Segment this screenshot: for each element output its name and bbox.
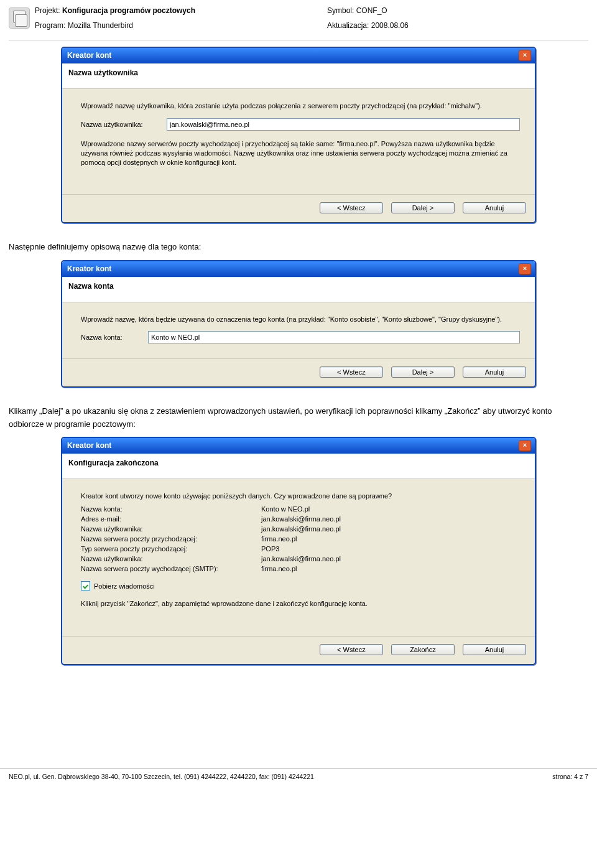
dialog-username: Kreator kont × Nazwa użytkownika Wprowad…	[61, 47, 536, 223]
back-button[interactable]: < Wstecz	[320, 202, 383, 213]
summary-value: firma.neo.pl	[261, 535, 520, 543]
summary-label: Nazwa serwera poczty przychodzącej:	[81, 535, 261, 543]
dialog-subtitle: Nazwa użytkownika	[62, 63, 535, 89]
footer-page-number: strona: 4 z 7	[552, 773, 588, 780]
update-label: Aktualizacja:	[327, 21, 369, 30]
summary-label: Nazwa użytkownika:	[81, 555, 261, 562]
download-checkbox-label: Pobierz wiadomości	[94, 582, 155, 590]
symbol-value: CONF_O	[356, 6, 387, 15]
close-icon[interactable]: ×	[519, 440, 531, 451]
instruction-text-2: Klikamy „Dalej” a po ukazaniu się okna z…	[9, 399, 588, 436]
page-footer: NEO.pl, ul. Gen. Dąbrowskiego 38-40, 70-…	[0, 768, 597, 786]
intro-text: Wprowadź nazwę użytkownika, która zostan…	[81, 101, 520, 111]
dialog-title: Kreator kont	[67, 51, 111, 60]
summary-label: Nazwa użytkownika:	[81, 525, 261, 533]
dialog-account-name: Kreator kont × Nazwa konta Wprowadź nazw…	[61, 260, 536, 388]
dialog-summary: Kreator kont × Konfiguracja zakończona K…	[61, 437, 536, 666]
project-label: Projekt:	[35, 6, 60, 15]
close-icon[interactable]: ×	[519, 50, 531, 61]
summary-value: Konto w NEO.pl	[261, 505, 520, 513]
dialog-subtitle: Konfiguracja zakończona	[62, 454, 535, 479]
footer-address: NEO.pl, ul. Gen. Dąbrowskiego 38-40, 70-…	[9, 773, 314, 780]
download-checkbox[interactable]	[81, 581, 90, 590]
cancel-button[interactable]: Anuluj	[463, 202, 526, 213]
project-value: Konfiguracja programów pocztowych	[62, 6, 195, 15]
summary-label: Nazwa konta:	[81, 505, 261, 513]
account-name-input[interactable]	[148, 331, 520, 343]
program-label: Program:	[35, 21, 65, 30]
summary-value: POP3	[261, 545, 520, 553]
summary-label: Adres e-mail:	[81, 515, 261, 523]
summary-value: jan.kowalski@firma.neo.pl	[261, 555, 520, 562]
back-button[interactable]: < Wstecz	[320, 366, 383, 378]
symbol-label: Symbol:	[327, 6, 354, 15]
program-value: Mozilla Thunderbird	[68, 21, 133, 30]
back-button[interactable]: < Wstecz	[320, 644, 383, 655]
next-button[interactable]: Dalej >	[391, 366, 455, 378]
dialog-subtitle: Nazwa konta	[62, 277, 535, 302]
summary-grid: Nazwa konta:Konto w NEO.plAdres e-mail:j…	[81, 505, 520, 572]
close-icon[interactable]: ×	[519, 263, 531, 274]
summary-value: firma.neo.pl	[261, 565, 520, 572]
cancel-button[interactable]: Anuluj	[463, 644, 526, 655]
summary-label: Nazwa serwera poczty wychodzącej (SMTP):	[81, 565, 261, 572]
instruction-text-1: Następnie definiujemy opisową nazwę dla …	[9, 235, 588, 259]
intro-text: Wprowadź nazwę, która będzie używana do …	[81, 315, 520, 324]
cancel-button[interactable]: Anuluj	[463, 366, 526, 378]
summary-value: jan.kowalski@firma.neo.pl	[261, 525, 520, 533]
next-button[interactable]: Dalej >	[391, 202, 455, 213]
username-note: Wprowadzone nazwy serwerów poczty wychod…	[81, 139, 520, 167]
intro-text: Kreator kont utworzy nowe konto używając…	[81, 492, 520, 501]
username-input[interactable]	[167, 118, 520, 131]
username-label: Nazwa użytkownika:	[81, 121, 162, 128]
dialog-title: Kreator kont	[67, 264, 111, 273]
summary-label: Typ serwera poczty przychodzącej:	[81, 545, 261, 553]
dialog-title: Kreator kont	[67, 441, 111, 450]
update-value: 2008.08.06	[371, 21, 409, 30]
page-header: Projekt: Konfiguracja programów pocztowy…	[9, 6, 588, 36]
docs-icon	[9, 7, 30, 29]
finish-button[interactable]: Zakończ	[391, 644, 455, 655]
summary-value: jan.kowalski@firma.neo.pl	[261, 515, 520, 523]
account-name-label: Nazwa konta:	[81, 334, 143, 341]
end-note: Kliknij przycisk "Zakończ", aby zapamięt…	[81, 599, 520, 609]
header-separator	[9, 40, 588, 40]
